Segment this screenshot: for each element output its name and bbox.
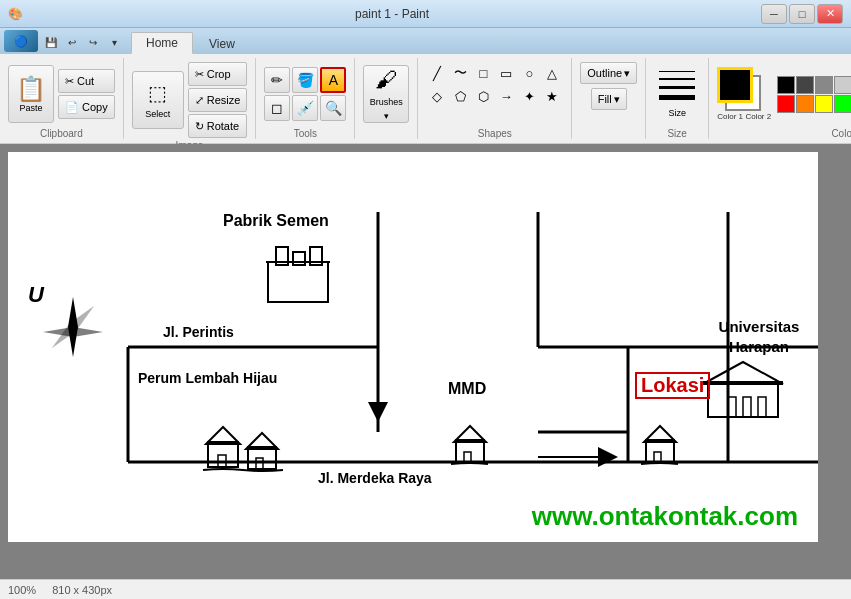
round-rect-shape[interactable]: ▭ (495, 62, 517, 84)
ellipse-shape[interactable]: ○ (518, 62, 540, 84)
redo-quick-btn[interactable]: ↪ (84, 33, 102, 51)
paint-menu-button[interactable]: 🔵 (4, 30, 38, 52)
size-selector[interactable]: Size (654, 65, 700, 123)
window-title: paint 1 - Paint (23, 7, 761, 21)
arrow-shape[interactable]: → (495, 85, 517, 107)
shapes-group: ╱ 〜 □ ▭ ○ △ ◇ ⬠ ⬡ → ✦ ★ Shapes (418, 58, 572, 139)
brushes-dropdown-icon: ▾ (384, 111, 389, 121)
shapes-grid: ╱ 〜 □ ▭ ○ △ ◇ ⬠ ⬡ → ✦ ★ (426, 62, 563, 107)
clipboard-label: Clipboard (40, 128, 83, 139)
clipboard-content: 📋 Paste ✂ Cut 📄 Copy (8, 58, 115, 126)
color2-label: Color 2 (741, 112, 771, 121)
copy-button[interactable]: 📄 Copy (58, 95, 115, 119)
maximize-button[interactable]: □ (789, 4, 815, 24)
star5-shape[interactable]: ★ (541, 85, 563, 107)
universitas-harapan-label: Universitas Harapan (700, 317, 818, 356)
status-zoom: 100% (8, 584, 36, 596)
tab-view[interactable]: View (195, 34, 249, 54)
cut-icon: ✂ (65, 75, 74, 88)
shapes-label: Shapes (478, 128, 512, 139)
compass-u-label: U (28, 282, 44, 308)
size-line-2 (659, 78, 695, 80)
svg-marker-10 (368, 402, 388, 422)
outline-button[interactable]: Outline ▾ (580, 62, 637, 84)
outline-fill-content: Outline ▾ Fill ▾ (580, 58, 637, 126)
pentagon-shape[interactable]: ⬠ (449, 85, 471, 107)
magnifier-tool[interactable]: 🔍 (320, 95, 346, 121)
palette-black[interactable] (777, 76, 795, 94)
paint-canvas[interactable]: Pabrik Semen Universitas Harapan Jl. Per… (8, 152, 818, 542)
colors-group: Color 1 Color 2 (709, 58, 851, 139)
palette-yellow[interactable] (815, 95, 833, 113)
svg-rect-16 (293, 252, 305, 265)
color1-swatch[interactable] (717, 67, 753, 103)
fill-tool[interactable]: 🪣 (292, 67, 318, 93)
line-shape[interactable]: ╱ (426, 62, 448, 84)
palette-gray2[interactable] (815, 76, 833, 94)
size-group: Size Size (646, 58, 709, 139)
image-side: ✂ Crop ⤢ Resize ↻ Rotate (188, 62, 248, 138)
palette-orange[interactable] (796, 95, 814, 113)
crop-button[interactable]: ✂ Crop (188, 62, 248, 86)
paste-icon: 📋 (16, 75, 46, 103)
paint-logo: 🔵 (14, 35, 28, 48)
color-swatches-container: Color 1 Color 2 (717, 67, 771, 121)
palette-gray1[interactable] (796, 76, 814, 94)
outline-fill-group: Outline ▾ Fill ▾ (572, 58, 646, 139)
palette-gray3[interactable] (834, 76, 851, 94)
minimize-button[interactable]: ─ (761, 4, 787, 24)
star4-shape[interactable]: ✦ (518, 85, 540, 107)
resize-button[interactable]: ⤢ Resize (188, 88, 248, 112)
ribbon-tab-bar: 🔵 💾 ↩ ↪ ▾ Home View (0, 28, 851, 54)
jl-perintis-label: Jl. Perintis (163, 324, 234, 340)
diamond-shape[interactable]: ◇ (426, 85, 448, 107)
undo-quick-btn[interactable]: ↩ (63, 33, 81, 51)
image-group: ⬚ Select ✂ Crop ⤢ Resize ↻ Rotate Image (124, 58, 257, 139)
app-icon: 🎨 (8, 7, 23, 21)
brushes-content: 🖌 Brushes ▾ (363, 58, 409, 126)
brush-icon: 🖌 (375, 67, 397, 93)
colors-label: Colo (831, 128, 851, 139)
tools-group: ✏ 🪣 A ◻ 💉 🔍 Tools (256, 58, 355, 139)
tools-grid: ✏ 🪣 A ◻ 💉 🔍 (264, 67, 346, 121)
tab-home[interactable]: Home (131, 32, 193, 54)
text-tool[interactable]: A (320, 67, 346, 93)
outline-dropdown: ▾ (624, 67, 630, 80)
pabrik-semen-label: Pabrik Semen (223, 212, 329, 230)
palette-red[interactable] (777, 95, 795, 113)
hexagon-shape[interactable]: ⬡ (472, 85, 494, 107)
fill-dropdown: ▾ (614, 93, 620, 106)
svg-rect-24 (758, 397, 766, 417)
crop-icon: ✂ (195, 68, 204, 81)
outline-fill-label (607, 128, 610, 139)
palette-lime[interactable] (834, 95, 851, 113)
brushes-group: 🖌 Brushes ▾ (355, 58, 418, 139)
jl-merdeka-label: Jl. Merdeka Raya (318, 470, 432, 486)
cut-button[interactable]: ✂ Cut (58, 69, 115, 93)
svg-rect-23 (743, 397, 751, 417)
curve-shape[interactable]: 〜 (449, 62, 471, 84)
close-button[interactable]: ✕ (817, 4, 843, 24)
status-bar: 100% 810 x 430px (0, 579, 851, 599)
eraser-tool[interactable]: ◻ (264, 95, 290, 121)
svg-rect-14 (268, 262, 328, 302)
image-content: ⬚ Select ✂ Crop ⤢ Resize ↻ Rotate (132, 58, 248, 138)
paste-button[interactable]: 📋 Paste (8, 65, 54, 123)
rect-shape[interactable]: □ (472, 62, 494, 84)
eyedropper-tool[interactable]: 💉 (292, 95, 318, 121)
rotate-button[interactable]: ↻ Rotate (188, 114, 248, 138)
pencil-tool[interactable]: ✏ (264, 67, 290, 93)
brushes-label (385, 128, 388, 139)
size-line-1 (659, 71, 695, 72)
size-content: Size (654, 58, 700, 126)
dropdown-btn[interactable]: ▾ (105, 33, 123, 51)
select-button[interactable]: ⬚ Select (132, 71, 184, 129)
save-quick-btn[interactable]: 💾 (42, 33, 60, 51)
lokasi-label: Lokasi (635, 372, 710, 399)
title-bar: 🎨 paint 1 - Paint ─ □ ✕ (0, 0, 851, 28)
copy-icon: 📄 (65, 101, 79, 114)
fill-button[interactable]: Fill ▾ (591, 88, 627, 110)
canvas-area: Pabrik Semen Universitas Harapan Jl. Per… (0, 144, 851, 579)
triangle-shape[interactable]: △ (541, 62, 563, 84)
brushes-button[interactable]: 🖌 Brushes ▾ (363, 65, 409, 123)
